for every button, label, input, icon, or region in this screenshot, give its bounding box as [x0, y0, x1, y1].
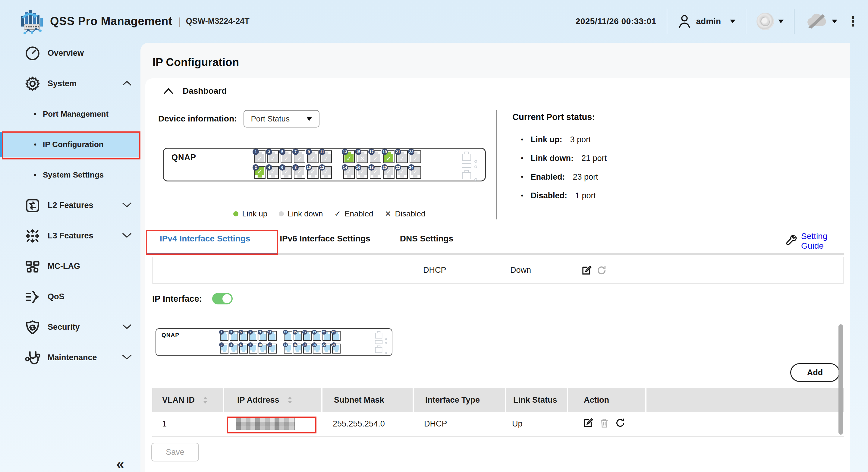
active-indicator	[0, 132, 3, 157]
port-9-icon: ✓ 9	[307, 150, 318, 163]
mclag-icon	[24, 258, 41, 275]
port-2-icon[interactable]: 2	[220, 344, 228, 353]
sidebar-item-mc-lag[interactable]: MC-LAG	[0, 251, 141, 282]
port-23-icon[interactable]: 23	[332, 331, 341, 341]
port-22-icon[interactable]: 22	[322, 344, 331, 353]
port-4-icon[interactable]: 4	[230, 344, 238, 353]
user-menu[interactable]: admin	[678, 14, 735, 29]
refresh-icon[interactable]	[615, 418, 625, 430]
port-1-icon[interactable]: 1	[220, 331, 228, 341]
tab-ipv4-interface-settings[interactable]: IPv4 Interface Settings	[160, 228, 250, 252]
port-10-icon[interactable]: 10	[258, 344, 267, 353]
port-7-icon[interactable]: 7	[249, 331, 257, 341]
app-logo-icon	[19, 7, 46, 35]
add-button[interactable]: Add	[790, 363, 840, 382]
device-info-select[interactable]: Port Status	[244, 110, 319, 127]
port-5-icon[interactable]: 5	[239, 331, 248, 341]
legend-item: Link down	[279, 209, 323, 219]
legend-label: Link up	[242, 209, 267, 219]
sidebar-item-ip-configuration[interactable]: • IP Configuration	[0, 129, 141, 160]
edit-icon[interactable]	[583, 417, 593, 431]
sort-icon[interactable]	[203, 397, 207, 404]
sidebar-item-overview[interactable]: Overview	[0, 38, 141, 68]
legend-item: ✓Enabled	[334, 209, 373, 219]
system-datetime: 2025/11/26 00:33:01	[576, 17, 656, 26]
delete-icon[interactable]	[599, 418, 609, 430]
port-20-icon[interactable]: 20	[313, 344, 321, 353]
tab-ipv6-interface-settings[interactable]: IPv6 Interface Settings	[280, 228, 370, 252]
column-header-link-status: Link Status	[505, 388, 567, 412]
sidebar-item-system-settings[interactable]: • System Settings	[0, 160, 141, 190]
mgmt-link-status: Down	[510, 257, 531, 283]
port-3-icon: ✓ 3	[267, 150, 279, 163]
setting-guide-link[interactable]: Setting Guide	[785, 231, 850, 251]
sidebar-item-maintenance[interactable]: Maintenance	[0, 342, 141, 373]
sort-icon[interactable]	[288, 397, 292, 404]
port-15-icon[interactable]: 15	[293, 331, 302, 341]
more-options-icon[interactable]: ⋮	[846, 15, 860, 28]
column-header-vlan-id[interactable]: VLAN ID	[152, 388, 223, 412]
port-18-icon: ✓ 18	[370, 166, 381, 179]
chevron-down-icon	[122, 202, 132, 210]
port-status-label: Link down:	[530, 154, 573, 163]
stethoscope-icon	[24, 349, 41, 366]
table-cell	[223, 412, 321, 436]
sidebar-item-security[interactable]: Security	[0, 312, 141, 342]
column-label: Link Status	[513, 396, 557, 405]
port-status-item: • Enabled: 23 port	[521, 167, 607, 186]
column-header-ip-address[interactable]: IP Address	[223, 388, 321, 412]
ip-interface-table-row: 1255.255.254.0DHCPUp	[152, 412, 844, 437]
sidebar-item-label: L2 Features	[48, 201, 93, 210]
bullet-icon: •	[521, 154, 523, 162]
legend-label: Enabled	[344, 209, 373, 219]
port-status-value: 1 port	[575, 191, 596, 200]
vertical-scrollbar[interactable]	[838, 324, 843, 435]
sidebar-item-l2-features[interactable]: L2 Features	[0, 190, 141, 221]
legend-dot-icon	[233, 211, 239, 216]
port-24-icon[interactable]: 24	[332, 344, 341, 353]
chevron-down-icon	[122, 323, 132, 331]
port-21-icon[interactable]: 21	[322, 331, 331, 341]
sidebar-item-port-management[interactable]: • Port Management	[0, 99, 141, 129]
sidebar-item-qos[interactable]: QoS	[0, 282, 141, 312]
port-19-icon[interactable]: 19	[313, 331, 321, 341]
legend-item: Link up	[233, 209, 267, 219]
cloud-menu[interactable]	[805, 13, 837, 30]
ip-interface-toggle[interactable]	[212, 293, 233, 305]
save-button[interactable]: Save	[151, 443, 199, 462]
port-3-icon[interactable]: 3	[230, 331, 238, 341]
column-label: Subnet Mask	[334, 396, 384, 405]
port-14-icon[interactable]: 14	[284, 344, 292, 353]
column-label: Action	[584, 396, 609, 405]
port-16-icon[interactable]: 16	[293, 344, 302, 353]
port-8-icon[interactable]: 8	[249, 344, 257, 353]
sidebar-collapse-button[interactable]: «	[116, 456, 124, 472]
tab-dns-settings[interactable]: DNS Settings	[400, 228, 453, 252]
sidebar-item-system[interactable]: System	[0, 68, 141, 99]
port-6-icon: ✓ 6	[281, 166, 292, 179]
port-11-icon[interactable]: 11	[268, 331, 277, 341]
refresh-icon[interactable]	[596, 257, 607, 283]
port-18-icon[interactable]: 18	[303, 344, 312, 353]
edit-icon[interactable]	[581, 257, 592, 283]
chevron-down-icon	[730, 20, 735, 23]
port-12-icon: ✓ 12	[320, 166, 332, 179]
port-12-icon[interactable]: 12	[268, 344, 277, 353]
sidebar-item-label: L3 Features	[48, 231, 93, 241]
port-status-label: Enabled:	[530, 172, 565, 182]
port-status-item: • Link down: 21 port	[521, 149, 607, 167]
port-13-icon[interactable]: 13	[284, 331, 292, 341]
active-tab-underline	[147, 253, 277, 255]
port-17-icon[interactable]: 17	[303, 331, 312, 341]
dashboard-section-header[interactable]: Dashboard	[163, 86, 227, 96]
port-status-label: Link up:	[530, 135, 562, 145]
sidebar-item-l3-features[interactable]: L3 Features	[0, 221, 141, 251]
sidebar-item-label: MC-LAG	[48, 262, 80, 271]
port-status-value: 21 port	[581, 154, 607, 163]
port-15-icon: ✕ 15	[356, 150, 368, 163]
port-status-legend: Link upLink down✓Enabled✕Disabled	[163, 209, 496, 219]
qfinder-menu[interactable]	[756, 13, 784, 30]
port-6-icon[interactable]: 6	[239, 344, 248, 353]
port-9-icon[interactable]: 9	[258, 331, 267, 341]
setting-guide-label: Setting Guide	[801, 231, 850, 251]
